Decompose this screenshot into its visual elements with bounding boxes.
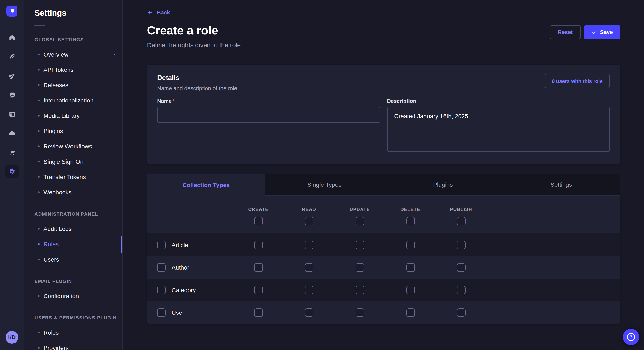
category-create-checkbox[interactable] bbox=[254, 286, 262, 294]
save-button[interactable]: Save bbox=[584, 25, 620, 39]
subnav-item-label: API Tokens bbox=[44, 66, 74, 73]
user-read-checkbox[interactable] bbox=[305, 308, 313, 317]
permissions-table-header: CREATEREADUPDATEDELETEPUBLISH bbox=[147, 196, 620, 233]
publish-select-all-checkbox[interactable] bbox=[457, 217, 465, 225]
category-publish-checkbox[interactable] bbox=[457, 286, 465, 294]
subnav-section-header: ADMINISTRATION PANEL bbox=[24, 207, 122, 221]
subnav-head: Settings bbox=[24, 0, 122, 25]
category-read-checkbox[interactable] bbox=[305, 286, 313, 294]
subnav-item-label: Roles bbox=[44, 329, 59, 336]
user-delete-checkbox[interactable] bbox=[406, 308, 415, 317]
user-create-checkbox[interactable] bbox=[254, 308, 262, 317]
subnav-item-label: Media Library bbox=[44, 112, 80, 119]
bullet-icon bbox=[38, 259, 40, 260]
avatar[interactable]: KD bbox=[6, 331, 18, 344]
article-delete-checkbox[interactable] bbox=[406, 240, 415, 249]
subnav-item-label: Internationalization bbox=[44, 97, 94, 104]
subnav-section-header: GLOBAL SETTINGS bbox=[24, 32, 122, 47]
author-delete-checkbox[interactable] bbox=[406, 263, 415, 272]
cloud-icon bbox=[8, 130, 16, 137]
bullet-icon bbox=[38, 191, 40, 193]
row-label: Author bbox=[172, 264, 189, 271]
subnav-item-overview[interactable]: Overview bbox=[24, 47, 122, 62]
create-select-all-checkbox[interactable] bbox=[254, 217, 262, 225]
bullet-icon bbox=[38, 100, 40, 101]
category-row-checkbox[interactable] bbox=[157, 286, 166, 294]
category-delete-checkbox[interactable] bbox=[406, 286, 415, 294]
subnav-item-webhooks[interactable]: Webhooks bbox=[24, 184, 122, 200]
bullet-icon bbox=[38, 130, 40, 132]
subnav-item-roles[interactable]: Roles bbox=[24, 325, 122, 340]
tab-single-types[interactable]: Single Types bbox=[265, 174, 384, 196]
article-create-checkbox[interactable] bbox=[254, 240, 262, 249]
subnav-item-media-library[interactable]: Media Library bbox=[24, 108, 122, 123]
bullet-icon bbox=[38, 146, 40, 147]
name-input[interactable] bbox=[157, 107, 380, 123]
author-publish-checkbox[interactable] bbox=[457, 263, 465, 272]
subnav-item-audit-logs[interactable]: Audit Logs bbox=[24, 221, 122, 236]
subnav-item-roles[interactable]: Roles bbox=[24, 236, 122, 252]
home-nav-button[interactable] bbox=[5, 31, 19, 44]
rail-divider bbox=[0, 22, 24, 22]
author-update-checkbox[interactable] bbox=[356, 263, 364, 272]
user-row-checkbox[interactable] bbox=[157, 308, 166, 317]
user-publish-checkbox[interactable] bbox=[457, 308, 465, 317]
help-button[interactable]: ? bbox=[623, 329, 639, 345]
settings-nav-button[interactable] bbox=[5, 165, 19, 178]
article-publish-checkbox[interactable] bbox=[457, 240, 465, 249]
deploy-nav-button[interactable] bbox=[5, 126, 19, 140]
subnav-item-single-sign-on[interactable]: Single Sign-On bbox=[24, 154, 122, 169]
subnav-item-providers[interactable]: Providers bbox=[24, 340, 122, 350]
strapi-logo-icon bbox=[8, 7, 16, 15]
subnav-item-users[interactable]: Users bbox=[24, 252, 122, 267]
page-title: Create a role bbox=[147, 24, 241, 37]
releases-nav-button[interactable] bbox=[5, 69, 19, 82]
article-row-checkbox[interactable] bbox=[157, 240, 166, 249]
subnav-item-internationalization[interactable]: Internationalization bbox=[24, 93, 122, 108]
save-label: Save bbox=[600, 29, 613, 35]
permissions-section: Collection TypesSingle TypesPluginsSetti… bbox=[147, 174, 620, 324]
subnav-item-plugins[interactable]: Plugins bbox=[24, 123, 122, 139]
row-label: Article bbox=[172, 241, 188, 248]
subnav-item-label: Releases bbox=[44, 82, 68, 88]
reset-button[interactable]: Reset bbox=[550, 25, 580, 39]
author-row-checkbox[interactable] bbox=[157, 263, 166, 272]
user-update-checkbox[interactable] bbox=[356, 308, 364, 317]
category-update-checkbox[interactable] bbox=[356, 286, 364, 294]
author-create-checkbox[interactable] bbox=[254, 263, 262, 272]
row-label: User bbox=[172, 309, 184, 316]
back-link[interactable]: Back bbox=[147, 9, 170, 16]
update-select-all-checkbox[interactable] bbox=[356, 217, 364, 225]
tab-collection-types[interactable]: Collection Types bbox=[147, 174, 265, 196]
bullet-icon bbox=[38, 54, 40, 55]
details-card: Details Name and description of the role… bbox=[147, 65, 620, 164]
bullet-icon bbox=[38, 84, 40, 86]
delete-select-all-checkbox[interactable] bbox=[406, 217, 415, 225]
subnav-item-api-tokens[interactable]: API Tokens bbox=[24, 62, 122, 77]
article-read-checkbox[interactable] bbox=[305, 240, 313, 249]
details-subtitle: Name and description of the role bbox=[157, 85, 237, 91]
article-update-checkbox[interactable] bbox=[356, 240, 364, 249]
subnav-title: Settings bbox=[34, 8, 122, 18]
subnav-item-transfer-tokens[interactable]: Transfer Tokens bbox=[24, 169, 122, 184]
column-header-update: UPDATE bbox=[350, 207, 370, 212]
media-library-nav-button[interactable] bbox=[5, 88, 19, 102]
permission-row-user: User bbox=[147, 301, 620, 324]
tab-settings[interactable]: Settings bbox=[502, 174, 620, 196]
details-card-header: Details Name and description of the role… bbox=[157, 74, 610, 91]
bullet-icon bbox=[38, 243, 40, 245]
permission-column-labels: CREATEREADUPDATEDELETEPUBLISH bbox=[233, 207, 486, 212]
description-textarea[interactable]: Created January 16th, 2025 bbox=[387, 107, 610, 152]
subnav-item-configuration[interactable]: Configuration bbox=[24, 288, 122, 304]
subnav-item-review-workflows[interactable]: Review Workflows bbox=[24, 139, 122, 154]
read-select-all-checkbox[interactable] bbox=[305, 217, 313, 225]
users-with-role-button[interactable]: 0 users with this role bbox=[544, 74, 610, 88]
tab-plugins[interactable]: Plugins bbox=[384, 174, 502, 196]
content-nav-button[interactable] bbox=[5, 50, 19, 63]
rail-divider bbox=[0, 325, 24, 325]
author-read-checkbox[interactable] bbox=[305, 263, 313, 272]
subnav-item-releases[interactable]: Releases bbox=[24, 77, 122, 93]
strapi-logo-button[interactable] bbox=[6, 5, 18, 16]
marketplace-nav-button[interactable] bbox=[5, 146, 19, 159]
content-type-builder-nav-button[interactable] bbox=[5, 107, 19, 121]
